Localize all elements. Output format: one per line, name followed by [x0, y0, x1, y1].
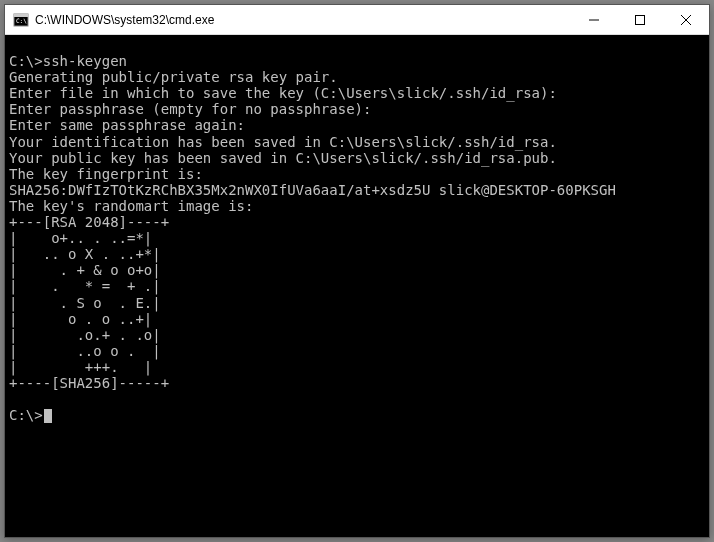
terminal-line: Enter file in which to save the key (C:\… — [9, 85, 705, 101]
terminal-line: | . * = + .| — [9, 278, 705, 294]
terminal-line: +----[SHA256]-----+ — [9, 375, 705, 391]
svg-text:C:\: C:\ — [16, 17, 27, 24]
terminal-line: Your identification has been saved in C:… — [9, 134, 705, 150]
terminal-line: | . S o . E.| — [9, 295, 705, 311]
terminal-line: The key fingerprint is: — [9, 166, 705, 182]
cmd-icon: C:\ — [13, 12, 29, 28]
close-button[interactable] — [663, 5, 709, 34]
terminal-line: Generating public/private rsa key pair. — [9, 69, 705, 85]
terminal-line — [9, 37, 705, 53]
terminal-line: SHA256:DWfIzTOtKzRChBX35Mx2nWX0IfUVa6aaI… — [9, 182, 705, 198]
terminal-line: Enter passphrase (empty for no passphras… — [9, 101, 705, 117]
svg-rect-4 — [636, 15, 645, 24]
terminal-line: +---[RSA 2048]----+ — [9, 214, 705, 230]
terminal-line: | +++. | — [9, 359, 705, 375]
terminal-line: | o+.. . ..=*| — [9, 230, 705, 246]
cursor — [44, 409, 52, 423]
cmd-window: C:\ C:\WINDOWS\system32\cmd.exe C:\>ssh-… — [4, 4, 710, 538]
window-title: C:\WINDOWS\system32\cmd.exe — [35, 13, 571, 27]
terminal-line: | ..o o . | — [9, 343, 705, 359]
terminal-line: C:\> — [9, 407, 705, 423]
terminal-line — [9, 391, 705, 407]
titlebar[interactable]: C:\ C:\WINDOWS\system32\cmd.exe — [5, 5, 709, 35]
minimize-button[interactable] — [571, 5, 617, 34]
terminal-output[interactable]: C:\>ssh-keygenGenerating public/private … — [5, 35, 709, 537]
terminal-line: | .o.+ . .o| — [9, 327, 705, 343]
svg-line-5 — [681, 15, 691, 25]
terminal-line: | o . o ..+| — [9, 311, 705, 327]
terminal-line: Your public key has been saved in C:\Use… — [9, 150, 705, 166]
maximize-button[interactable] — [617, 5, 663, 34]
terminal-line: | . + & o o+o| — [9, 262, 705, 278]
terminal-line: | .. o X . ..+*| — [9, 246, 705, 262]
svg-line-6 — [681, 15, 691, 25]
terminal-line: Enter same passphrase again: — [9, 117, 705, 133]
terminal-line: C:\>ssh-keygen — [9, 53, 705, 69]
window-controls — [571, 5, 709, 34]
terminal-line: The key's randomart image is: — [9, 198, 705, 214]
